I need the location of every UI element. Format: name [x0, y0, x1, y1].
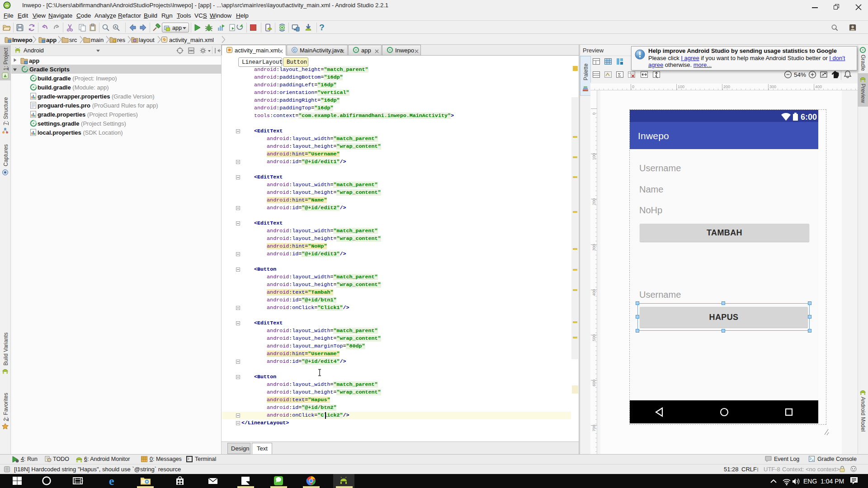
svg-text:A: A [114, 25, 117, 28]
svg-text:e: e [109, 475, 114, 486]
svg-text:C: C [293, 48, 296, 52]
svg-text:Σ: Σ [618, 72, 621, 77]
